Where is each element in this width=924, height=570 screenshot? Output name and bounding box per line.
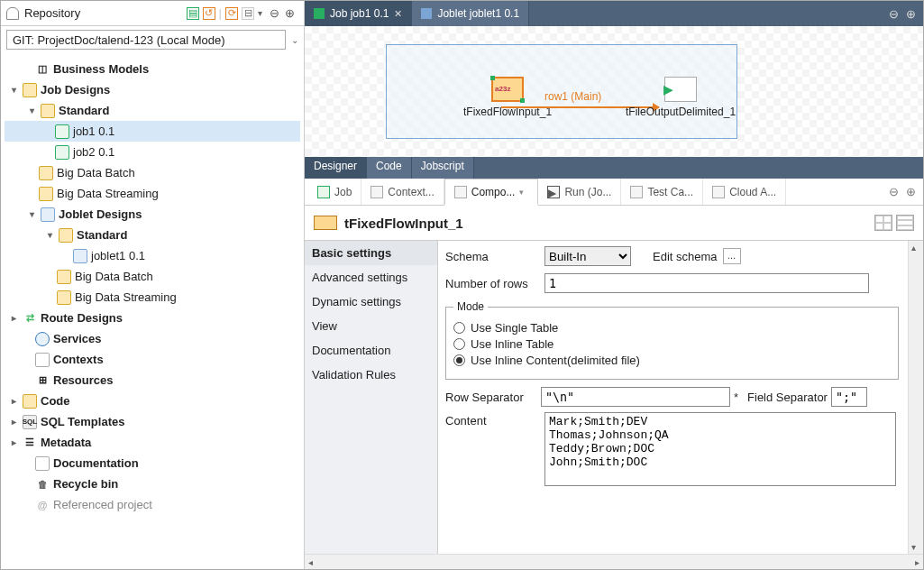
mode-inline-table[interactable]: Use Inline Table (453, 337, 891, 351)
vertical-scrollbar[interactable] (908, 241, 923, 554)
num-rows-label: Number of rows (445, 277, 537, 290)
tab-designer[interactable]: Designer (305, 157, 367, 179)
horizontal-scrollbar[interactable]: ◂▸ (305, 554, 923, 569)
chevron-down-icon[interactable]: ▾ (519, 188, 528, 197)
repository-selector[interactable]: GIT: ProjectDoc/talend-123 (Local Mode) (6, 30, 286, 50)
component-tfixedflowinput[interactable]: tFixedFlowInput_1 (463, 77, 552, 118)
job-icon (314, 8, 325, 19)
job-icon (317, 186, 330, 198)
tab-jobscript[interactable]: Jobscript (412, 157, 474, 179)
cs-basic-settings[interactable]: Basic settings (305, 241, 437, 265)
tree-services[interactable]: Services (5, 328, 300, 349)
joblet-icon (421, 8, 432, 19)
tree-bigdata-streaming[interactable]: Big Data Streaming (5, 183, 300, 204)
list-view-icon[interactable] (896, 215, 914, 231)
tree-joblet-bigdata-streaming[interactable]: Big Data Streaming (5, 287, 300, 308)
field-separator-input[interactable] (831, 387, 867, 407)
maximize-icon[interactable]: ⊕ (906, 185, 916, 198)
collapse-all-icon[interactable]: ⊟ (242, 7, 254, 20)
component-tfileoutputdelimited[interactable]: tFileOutputDelimited_1 (626, 77, 736, 118)
cs-advanced-settings[interactable]: Advanced settings (305, 265, 437, 290)
minimize-icon[interactable]: ⊖ (889, 7, 899, 21)
selection-box: tFixedFlowInput_1 row1 (Main) tFileOutpu… (386, 44, 737, 139)
tree-joblet-bigdata-batch[interactable]: Big Data Batch (5, 266, 300, 287)
dropdown-icon[interactable]: ▾ (258, 8, 262, 18)
filter-icon[interactable]: ▤ (187, 7, 199, 20)
schema-label: Schema (445, 250, 537, 263)
radio-icon (453, 338, 465, 350)
cs-dynamic-settings[interactable]: Dynamic settings (305, 290, 437, 314)
tab-context-view[interactable]: Context... (361, 179, 444, 205)
tab-joblet[interactable]: Joblet joblet1 0.1 (412, 1, 529, 26)
tree-route-designs[interactable]: ⇄Route Designs (5, 308, 300, 328)
component-label: tFileOutputDelimited_1 (626, 106, 736, 118)
tree-job2[interactable]: job2 0.1 (5, 142, 300, 162)
edit-schema-label: Edit schema (653, 250, 718, 263)
context-icon (371, 186, 383, 198)
flow-label[interactable]: row1 (Main) (544, 90, 601, 103)
tree-code[interactable]: Code (5, 391, 300, 411)
component-icon (454, 186, 467, 198)
tree-joblet1[interactable]: joblet1 0.1 (5, 245, 300, 266)
cs-view[interactable]: View (305, 314, 437, 338)
tab-run-view[interactable]: ▶Run (Jo... (538, 179, 621, 205)
tab-job-view[interactable]: Job (308, 179, 361, 205)
repository-selector-value: GIT: ProjectDoc/talend-123 (Local Mode) (13, 33, 225, 47)
tree-joblet-standard[interactable]: Standard (5, 225, 300, 245)
schema-select[interactable]: Built-In (544, 246, 631, 266)
tree-referenced-project[interactable]: @Referenced project (5, 494, 300, 515)
radio-icon (453, 322, 465, 334)
editor-tabs: Job job1 0.1 ✕ Joblet joblet1 0.1 ⊖ ⊕ (305, 1, 923, 26)
maximize-icon[interactable]: ⊕ (285, 6, 295, 20)
component-form: Schema Built-In Edit schema … Number of … (438, 241, 908, 554)
cloud-icon (712, 186, 725, 198)
design-canvas[interactable]: tFixedFlowInput_1 row1 (Main) tFileOutpu… (305, 26, 923, 157)
tree-sql-templates[interactable]: SQLSQL Templates (5, 411, 300, 432)
tab-component-view[interactable]: Compo...▾ (444, 179, 539, 206)
designer-mode-tabs: Designer Code Jobscript (305, 157, 923, 179)
tree-documentation[interactable]: Documentation (5, 453, 300, 473)
tab-job-label: Job job1 0.1 (330, 7, 389, 20)
minimize-icon[interactable]: ⊖ (889, 185, 899, 198)
chevron-down-icon[interactable]: ⌄ (291, 35, 298, 45)
tab-testcases-view[interactable]: Test Ca... (621, 179, 703, 205)
tab-cloud-view[interactable]: Cloud A... (703, 179, 786, 205)
tree-joblet-designs[interactable]: Joblet Designs (5, 204, 300, 225)
tree-metadata[interactable]: ☰Metadata (5, 432, 300, 453)
tab-job[interactable]: Job job1 0.1 ✕ (305, 1, 412, 26)
row-separator-label: Row Separator (445, 391, 537, 404)
cs-documentation[interactable]: Documentation (305, 338, 437, 363)
play-icon: ▶ (547, 186, 560, 198)
mode-single-table[interactable]: Use Single Table (453, 321, 891, 335)
component-settings-tabs: Basic settings Advanced settings Dynamic… (305, 241, 438, 554)
tree-recycle-bin[interactable]: 🗑Recycle bin (5, 473, 300, 494)
tab-joblet-label: Joblet joblet1 0.1 (437, 7, 519, 20)
refresh-icon[interactable]: ⟳ (225, 7, 238, 20)
tree-resources[interactable]: ⊞Resources (5, 370, 300, 391)
close-icon[interactable]: ✕ (394, 8, 402, 20)
row-separator-input[interactable] (541, 387, 730, 407)
tree-bigdata-batch[interactable]: Big Data Batch (5, 162, 300, 183)
mode-inline-content[interactable]: Use Inline Content(delimited file) (453, 354, 891, 367)
mode-fieldset: Mode Use Single Table Use Inline Table U… (445, 300, 899, 380)
tree-job1[interactable]: job1 0.1 (5, 121, 300, 142)
home-icon[interactable] (6, 7, 19, 20)
radio-icon (453, 354, 465, 366)
content-textarea[interactable]: Mark;Smith;DEV Thomas;Johnson;QA Teddy;B… (544, 412, 896, 486)
tab-code[interactable]: Code (367, 157, 412, 179)
tree-job-designs[interactable]: Job Designs (5, 79, 300, 100)
repository-header: Repository ▤ ↺ | ⟳ ⊟ ▾ ⊖ ⊕ (1, 1, 304, 26)
maximize-icon[interactable]: ⊕ (906, 7, 916, 21)
activate-icon[interactable]: ↺ (203, 7, 215, 20)
tree-standard[interactable]: Standard (5, 100, 300, 121)
grid-view-icon[interactable] (874, 215, 892, 231)
tree-contexts[interactable]: Contexts (5, 349, 300, 370)
repository-panel: Repository ▤ ↺ | ⟳ ⊟ ▾ ⊖ ⊕ GIT: ProjectD… (1, 1, 305, 569)
minimize-icon[interactable]: ⊖ (270, 6, 279, 20)
edit-schema-button[interactable]: … (723, 248, 741, 264)
num-rows-input[interactable] (544, 273, 869, 293)
cs-validation-rules[interactable]: Validation Rules (305, 363, 437, 387)
repository-title: Repository (24, 6, 80, 20)
tree-business-models[interactable]: ◫Business Models (5, 59, 300, 79)
content-label: Content (445, 412, 537, 486)
